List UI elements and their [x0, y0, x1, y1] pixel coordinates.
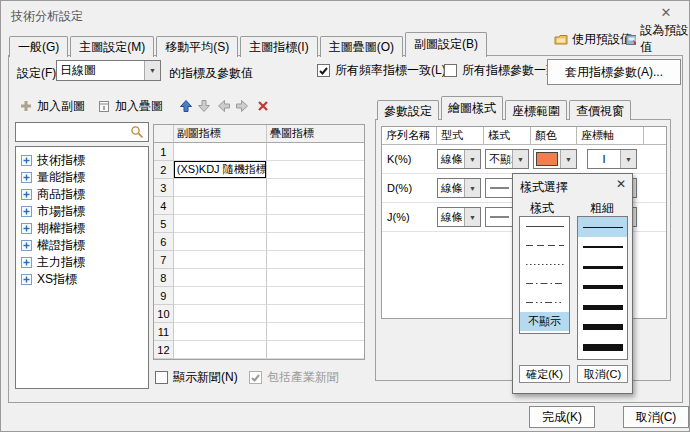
overlay-indicator-cell[interactable]: [267, 251, 364, 269]
subchart-indicator-cell[interactable]: [174, 197, 267, 215]
chevron-down-icon[interactable]: ▼: [620, 150, 636, 168]
overlay-indicator-cell[interactable]: [267, 233, 364, 251]
line-weight-option[interactable]: [578, 257, 627, 277]
main-tab[interactable]: 移動平均(S): [156, 36, 238, 57]
subchart-indicator-cell[interactable]: [174, 323, 267, 341]
expand-plus-icon[interactable]: [21, 274, 32, 285]
expand-plus-icon[interactable]: [21, 240, 32, 251]
tree-item[interactable]: 市場指標: [16, 203, 148, 220]
tree-item[interactable]: 商品指標: [16, 186, 148, 203]
chevron-down-icon[interactable]: ▼: [464, 179, 480, 197]
popup-cancel-button[interactable]: 取消(C): [577, 365, 628, 383]
main-tab[interactable]: 一般(G): [9, 36, 68, 57]
overlay-indicator-cell[interactable]: [267, 269, 364, 287]
freq-consistent-checkbox[interactable]: 所有頻率指標一致(L): [317, 63, 446, 78]
use-default-button[interactable]: 使用預設值: [554, 30, 632, 48]
chevron-down-icon[interactable]: ▼: [560, 150, 576, 168]
subchart-indicator-cell[interactable]: [174, 269, 267, 287]
move-right-icon[interactable]: [235, 99, 249, 113]
tree-item[interactable]: 主力指標: [16, 254, 148, 271]
indicator-search-input[interactable]: [15, 122, 149, 142]
move-left-icon[interactable]: [217, 99, 231, 113]
overlay-indicator-cell[interactable]: [267, 143, 364, 161]
popup-ok-button[interactable]: 確定(K): [519, 365, 570, 383]
overlay-indicator-cell[interactable]: [267, 341, 364, 359]
finish-button[interactable]: 完成(K): [529, 406, 595, 428]
subchart-indicator-cell[interactable]: [174, 287, 267, 305]
line-weight-option[interactable]: [578, 277, 627, 297]
tree-item[interactable]: 量能指標: [16, 169, 148, 186]
main-tab[interactable]: 主圖指標(I): [240, 36, 317, 57]
subchart-indicator-cell[interactable]: [174, 143, 267, 161]
popup-close-icon[interactable]: ✕: [616, 177, 626, 191]
style-panel-tab[interactable]: 參數設定: [377, 100, 439, 120]
main-tab[interactable]: 主圖疊圖(O): [320, 36, 403, 57]
subchart-indicator-cell[interactable]: [174, 179, 267, 197]
color-select[interactable]: ▼: [533, 149, 577, 169]
tree-item[interactable]: 技術指標: [16, 152, 148, 169]
subchart-indicator-cell[interactable]: (XS)KDJ 隨機指標: [174, 161, 267, 179]
axis-select[interactable]: I ▼: [587, 149, 637, 169]
chevron-down-icon[interactable]: ▼: [464, 150, 480, 168]
overlay-indicator-cell[interactable]: [267, 287, 364, 305]
expand-plus-icon[interactable]: [21, 206, 32, 217]
param-consistent-checkbox[interactable]: 所有指標參數一致: [444, 63, 558, 78]
chevron-down-icon[interactable]: ▼: [464, 208, 480, 226]
subchart-indicator-cell[interactable]: [174, 305, 267, 323]
line-style-option[interactable]: [520, 217, 569, 236]
style-panel-tab[interactable]: 查價視窗: [569, 100, 631, 120]
close-icon[interactable]: ✕: [655, 5, 677, 23]
checkbox-box[interactable]: [155, 371, 168, 384]
apply-indicator-params-button[interactable]: 套用指標參數(A)...: [547, 59, 681, 85]
line-type-select[interactable]: 線條 ▼: [437, 149, 481, 169]
line-type-select[interactable]: 線條 ▼: [437, 207, 481, 227]
overlay-indicator-cell[interactable]: [267, 179, 364, 197]
subchart-indicator-cell[interactable]: [174, 341, 267, 359]
frequency-select[interactable]: 日線圖 ▼: [56, 60, 161, 81]
expand-plus-icon[interactable]: [21, 189, 32, 200]
add-overlay-icon[interactable]: [97, 99, 111, 113]
style-panel-tab[interactable]: 座標範圍: [505, 100, 567, 120]
overlay-indicator-cell[interactable]: [267, 323, 364, 341]
line-style-option[interactable]: [520, 255, 569, 274]
main-tab[interactable]: 主圖設定(M): [70, 36, 154, 57]
expand-plus-icon[interactable]: [21, 257, 32, 268]
show-news-checkbox[interactable]: 顯示新聞(N): [155, 370, 238, 385]
line-weight-option[interactable]: [578, 237, 627, 257]
line-type-select[interactable]: 線條 ▼: [437, 178, 481, 198]
move-up-icon[interactable]: [179, 99, 193, 113]
add-subchart-plus-icon[interactable]: [19, 99, 33, 113]
tree-item[interactable]: 權證指標: [16, 237, 148, 254]
main-tab[interactable]: 副圖設定(B): [405, 32, 487, 57]
add-subchart-label[interactable]: 加入副圖: [37, 98, 85, 115]
expand-plus-icon[interactable]: [21, 223, 32, 234]
checkbox-box[interactable]: [317, 64, 330, 77]
delete-x-icon[interactable]: [256, 99, 270, 113]
line-weight-option[interactable]: [578, 317, 627, 337]
line-style-option[interactable]: [520, 236, 569, 255]
overlay-indicator-cell[interactable]: [267, 161, 364, 179]
expand-plus-icon[interactable]: [21, 172, 32, 183]
cancel-button[interactable]: 取消(C): [623, 406, 689, 428]
chevron-down-icon[interactable]: ▼: [144, 61, 160, 80]
subchart-indicator-cell[interactable]: [174, 215, 267, 233]
overlay-indicator-cell[interactable]: [267, 215, 364, 233]
line-style-select[interactable]: 不顯示 ▼: [485, 149, 529, 169]
checkbox-box[interactable]: [444, 64, 457, 77]
set-default-button[interactable]: 設為預設值: [625, 30, 689, 48]
line-weight-option[interactable]: [578, 217, 627, 237]
line-style-option[interactable]: [520, 293, 569, 312]
line-style-option[interactable]: [520, 274, 569, 293]
move-down-icon[interactable]: [197, 99, 211, 113]
subchart-indicator-cell[interactable]: [174, 251, 267, 269]
line-weight-option[interactable]: [578, 337, 627, 357]
tree-item[interactable]: XS指標: [16, 271, 148, 288]
chevron-down-icon[interactable]: ▼: [512, 150, 528, 168]
subchart-indicator-cell[interactable]: [174, 233, 267, 251]
tree-item[interactable]: 期權指標: [16, 220, 148, 237]
style-panel-tab[interactable]: 繪圖樣式: [441, 96, 503, 120]
line-weight-option[interactable]: [578, 297, 627, 317]
line-style-none-option[interactable]: 不顯示: [520, 312, 569, 331]
add-overlay-label[interactable]: 加入疊圖: [115, 98, 163, 115]
overlay-indicator-cell[interactable]: [267, 305, 364, 323]
